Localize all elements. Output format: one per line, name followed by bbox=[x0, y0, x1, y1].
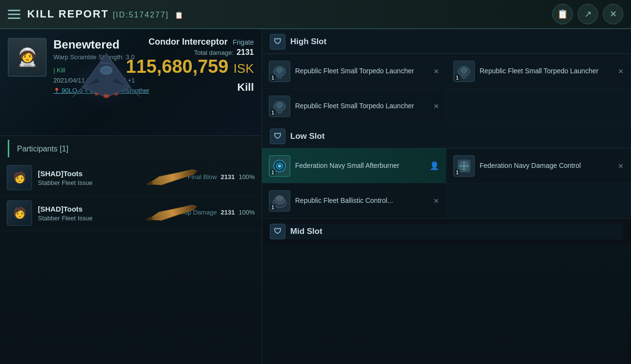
svg-point-7 bbox=[114, 93, 118, 96]
slot-name-2: Republic Fleet Small Torpedo Launcher bbox=[295, 101, 429, 110]
export-button[interactable]: ↗ bbox=[578, 4, 598, 24]
copy-icon[interactable]: 📋 bbox=[175, 11, 184, 19]
clipboard-button[interactable]: 📋 bbox=[552, 4, 573, 24]
slot-qty-1: 1 bbox=[455, 75, 460, 81]
stat-pct-2: 100% bbox=[239, 209, 255, 216]
svg-point-18 bbox=[277, 68, 282, 73]
slot-item-empty bbox=[447, 89, 631, 124]
isk-line: 115,680,759 ISK bbox=[126, 57, 254, 77]
slot-name-0: Republic Fleet Small Torpedo Launcher bbox=[295, 66, 429, 75]
svg-point-6 bbox=[95, 93, 99, 96]
low-slot-icon: 🛡 bbox=[270, 129, 285, 144]
close-button[interactable]: ✕ bbox=[603, 4, 623, 24]
low-slot-header: 🛡 Low Slot bbox=[262, 124, 631, 149]
slot-item-empty-low bbox=[447, 183, 631, 218]
slot-close-1[interactable]: ✕ bbox=[618, 67, 624, 75]
kill-banner-right: Condor Interceptor Frigate Total damage:… bbox=[126, 37, 254, 94]
low-slot-label: Low Slot bbox=[290, 132, 325, 141]
header: KILL REPORT [ID:5174277] 📋 📋 ↗ ✕ bbox=[0, 0, 631, 29]
slot-name-afterburner: Federation Navy Small Afterburner bbox=[295, 161, 425, 170]
svg-point-41 bbox=[277, 196, 282, 200]
list-item: 1 Republic Fleet Small Torpedo Launcher … bbox=[262, 89, 447, 124]
slot-name-ballistic: Republic Fleet Ballistic Control... bbox=[295, 196, 429, 205]
kill-report-label: KILL REPORT bbox=[27, 8, 109, 20]
slot-qty-dmgcontrol: 1 bbox=[455, 169, 460, 175]
participant-avatar-1: 🧑 bbox=[7, 165, 32, 190]
right-panel: 🛡 High Slot 1 Republic Fleet bbox=[262, 29, 631, 364]
slot-icon-1: 1 bbox=[453, 61, 475, 82]
svg-point-31 bbox=[278, 165, 281, 167]
svg-rect-23 bbox=[462, 74, 466, 78]
header-left: KILL REPORT [ID:5174277] 📋 bbox=[8, 8, 184, 20]
isk-unit: ISK bbox=[233, 61, 254, 76]
list-item: 1 Republic Fleet Small Torpedo Launcher … bbox=[447, 54, 631, 89]
outcome-label: Kill bbox=[126, 81, 254, 94]
isk-amount: 115,680,759 bbox=[126, 56, 228, 77]
victim-avatar: 🧑‍🚀 bbox=[8, 38, 47, 77]
stat-damage-1: 2131 bbox=[221, 173, 235, 181]
high-slot-label: High Slot bbox=[290, 37, 327, 47]
mid-slot-hint: 🛡 Mid Slot bbox=[270, 224, 623, 239]
slot-icon-2: 1 bbox=[269, 96, 290, 117]
weapon-img-2 bbox=[144, 197, 200, 229]
list-item: 1 Federation Navy Small Afterburner 👤 bbox=[262, 149, 447, 183]
mid-slot-icon: 🛡 bbox=[270, 224, 285, 239]
ship-type: Condor Interceptor bbox=[149, 37, 228, 47]
weapon-img-1 bbox=[144, 162, 200, 193]
participant-avatar-2: 🧑 bbox=[7, 200, 32, 226]
person-icon: 👤 bbox=[430, 161, 439, 170]
mid-slot-label: Mid Slot bbox=[290, 227, 322, 236]
svg-rect-27 bbox=[278, 109, 282, 113]
svg-rect-37 bbox=[459, 165, 469, 167]
slot-icon-afterburner: 1 bbox=[269, 155, 290, 177]
slot-close-ballistic[interactable]: ✕ bbox=[433, 197, 439, 205]
slot-footer: 🛡 Mid Slot bbox=[262, 218, 631, 244]
total-dmg-val: 2131 bbox=[236, 48, 254, 57]
total-damage-line: Total damage: 2131 bbox=[126, 47, 254, 57]
kill-id: [ID:5174277] bbox=[113, 11, 169, 19]
list-item: 1 Republic Fleet Small Torpedo Launcher … bbox=[262, 54, 447, 89]
slot-qty-0: 1 bbox=[270, 75, 275, 81]
left-panel: 🧑‍🚀 Benewtered Warp Scramble Strength: 3… bbox=[0, 29, 262, 364]
avatar-face: 🧑‍🚀 bbox=[9, 39, 46, 76]
slot-name-dmgcontrol: Federation Navy Damage Control bbox=[480, 161, 613, 170]
low-slot-section: 🛡 Low Slot 1 bbox=[262, 124, 631, 218]
slot-qty-2: 1 bbox=[270, 110, 275, 116]
low-slot-grid: 1 Federation Navy Small Afterburner 👤 bbox=[262, 149, 631, 218]
slot-close-2[interactable]: ✕ bbox=[433, 102, 439, 110]
high-slot-header: 🛡 High Slot bbox=[262, 29, 631, 54]
high-slot-section: 🛡 High Slot 1 Republic Fleet bbox=[262, 29, 631, 124]
svg-point-22 bbox=[461, 68, 467, 73]
slot-icon-0: 1 bbox=[269, 61, 290, 82]
ship-class: Frigate bbox=[232, 38, 254, 46]
header-right: 📋 ↗ ✕ bbox=[552, 4, 623, 24]
menu-icon[interactable] bbox=[8, 10, 20, 19]
ship-type-line: Condor Interceptor Frigate bbox=[126, 37, 254, 47]
main-content: 🧑‍🚀 Benewtered Warp Scramble Strength: 3… bbox=[0, 29, 631, 364]
svg-point-4 bbox=[100, 66, 112, 74]
slot-close-dmgcontrol[interactable]: ✕ bbox=[618, 162, 624, 170]
list-item: 1 Federation Navy Damage Control ✕ bbox=[447, 149, 631, 183]
participant-row: 🧑 [SHAD]Toots Stabber Fleet Issue bbox=[0, 160, 262, 196]
stat-pct-1: 100% bbox=[239, 173, 255, 181]
list-item: 1 Republic Fleet Ballistic Control... ✕ bbox=[262, 183, 447, 218]
slot-qty-ballistic: 1 bbox=[270, 204, 275, 210]
total-dmg-label: Total damage: bbox=[194, 49, 234, 56]
svg-point-26 bbox=[277, 103, 282, 108]
slot-icon-ballistic: 1 bbox=[269, 190, 290, 212]
participant-row-2: 🧑 [SHAD]Toots Stabber Fleet Issue bbox=[0, 196, 262, 231]
svg-rect-19 bbox=[278, 74, 282, 78]
slot-icon-dmgcontrol: 1 bbox=[453, 155, 475, 177]
stat-damage-2: 2131 bbox=[221, 209, 235, 216]
high-slot-grid: 1 Republic Fleet Small Torpedo Launcher … bbox=[262, 54, 631, 124]
high-slot-icon: 🛡 bbox=[270, 34, 285, 50]
slot-name-1: Republic Fleet Small Torpedo Launcher bbox=[480, 66, 613, 75]
svg-point-5 bbox=[103, 94, 109, 98]
kill-banner: 🧑‍🚀 Benewtered Warp Scramble Strength: 3… bbox=[0, 29, 262, 136]
header-title: KILL REPORT [ID:5174277] 📋 bbox=[27, 8, 184, 20]
slot-qty-afterburner: 1 bbox=[270, 169, 275, 175]
participants-header: Participants [1] bbox=[8, 140, 254, 157]
slot-close-0[interactable]: ✕ bbox=[433, 67, 439, 75]
